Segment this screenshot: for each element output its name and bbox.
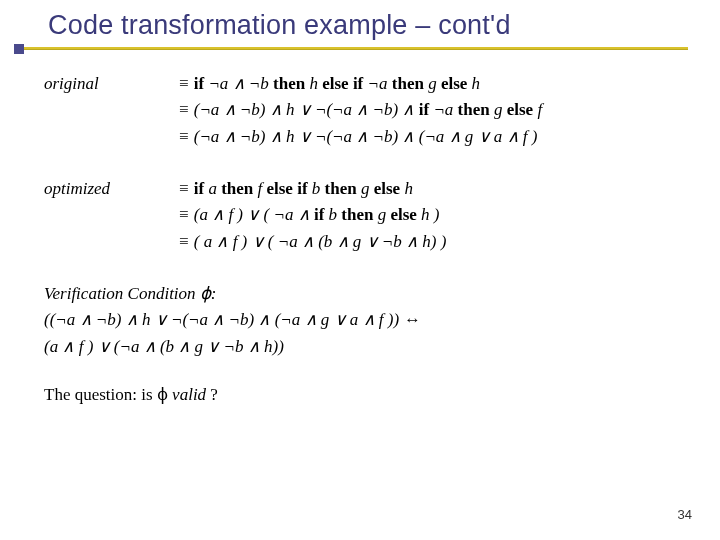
vc-heading: Verification Condition ϕ: [44,281,680,307]
kw-else: else [441,74,467,93]
kw-then: then [325,179,357,198]
text: h ) [417,205,440,224]
kw-else: else [322,74,348,93]
slide: Code transformation example – cont'd ori… [0,0,720,540]
kw-else: else [507,100,533,119]
row-original: original ≡ if ¬a ∧ ¬b then h else if ¬a … [44,71,680,150]
kw-then: then [458,100,490,119]
kw-if: if [419,100,429,119]
row-optimized-content: ≡ if a then f else if b then g else h ≡ … [178,176,680,255]
accent-square-icon [14,44,24,54]
text: ≡ (¬a ∧ ¬b) ∧ h ∨ ¬(¬a ∧ ¬b) ∧ [178,100,419,119]
kw-if: if [314,205,324,224]
text: ≡ [178,74,194,93]
kw-if: if [353,74,363,93]
kw-else: else [266,179,292,198]
text: h [305,74,322,93]
row-optimized: optimized ≡ if a then f else if b then g… [44,176,680,255]
vc-line-2: (a ∧ f ) ∨ (¬a ∧ (b ∧ g ∨ ¬b ∧ h)) [44,334,680,360]
optimized-line-1: ≡ if a then f else if b then g else h [178,176,680,202]
row-original-content: ≡ if ¬a ∧ ¬b then h else if ¬a then g el… [178,71,680,150]
text: ≡ (a ∧ f ) ∨ ( ¬a ∧ [178,205,314,224]
text: ¬a ∧ ¬b [204,74,273,93]
text: a [204,179,221,198]
optimized-line-2: ≡ (a ∧ f ) ∨ ( ¬a ∧ if b then g else h ) [178,202,680,228]
text: h [467,74,480,93]
text: f [253,179,266,198]
kw-if: if [194,179,204,198]
original-line-2: ≡ (¬a ∧ ¬b) ∧ h ∨ ¬(¬a ∧ ¬b) ∧ if ¬a the… [178,97,680,123]
kw-else: else [374,179,400,198]
verification-condition: Verification Condition ϕ: ((¬a ∧ ¬b) ∧ h… [44,281,680,360]
question-line: The question: is ϕ valid ? [44,382,680,408]
kw-then: then [221,179,253,198]
row-original-label: original [44,71,178,150]
text: g [373,205,390,224]
text: ϕ: [196,284,217,303]
text: b [308,179,325,198]
text: Verification Condition [44,284,196,303]
text: ¬a [429,100,457,119]
kw-then: then [392,74,424,93]
text: The question: is ϕ [44,385,172,404]
text-valid: valid [172,385,206,404]
kw-if: if [297,179,307,198]
page-number: 34 [678,507,692,522]
original-line-3: ≡ (¬a ∧ ¬b) ∧ h ∨ ¬(¬a ∧ ¬b) ∧ (¬a ∧ g ∨… [178,124,680,150]
slide-body: original ≡ if ¬a ∧ ¬b then h else if ¬a … [0,49,720,408]
kw-else: else [390,205,416,224]
text: f [533,100,542,119]
kw-if: if [194,74,204,93]
vc-line-1: ((¬a ∧ ¬b) ∧ h ∨ ¬(¬a ∧ ¬b) ∧ (¬a ∧ g ∨ … [44,307,680,333]
text: g [490,100,507,119]
text: ¬a [363,74,391,93]
text: h [400,179,413,198]
text: g [424,74,441,93]
text: g [357,179,374,198]
slide-title: Code transformation example – cont'd [48,10,720,41]
original-line-1: ≡ if ¬a ∧ ¬b then h else if ¬a then g el… [178,71,680,97]
text: ≡ [178,179,194,198]
title-bar: Code transformation example – cont'd [0,0,720,43]
kw-then: then [341,205,373,224]
text: b [324,205,341,224]
row-optimized-label: optimized [44,176,178,255]
kw-then: then [273,74,305,93]
optimized-line-3: ≡ ( a ∧ f ) ∨ ( ¬a ∧ (b ∧ g ∨ ¬b ∧ h) ) [178,229,680,255]
text: ? [206,385,218,404]
